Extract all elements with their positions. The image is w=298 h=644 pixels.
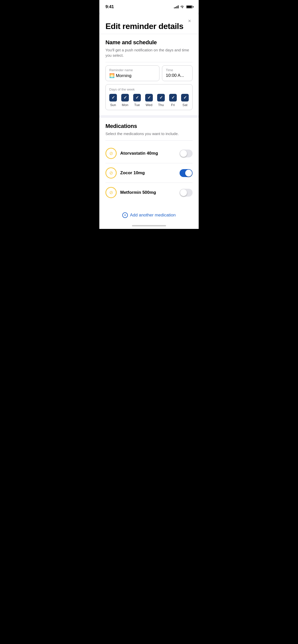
section-title-medications: Medications	[105, 123, 193, 129]
pill-icon: ⊘	[109, 190, 113, 195]
checkmark-icon: ✓	[136, 96, 139, 100]
toggle-thumb	[180, 150, 187, 157]
day-item-sun[interactable]: ✓Sun	[109, 94, 117, 107]
medication-icon: ⊘	[105, 167, 117, 179]
toggle-thumb	[185, 170, 192, 177]
day-name-label: Sat	[182, 103, 187, 107]
reminder-name-value: 🌅 Morning	[109, 73, 156, 78]
day-item-tue[interactable]: ✓Tue	[133, 94, 141, 107]
day-name-label: Wed	[146, 103, 153, 107]
medication-name: Metformin 500mg	[120, 190, 180, 195]
toggle-thumb	[180, 189, 187, 196]
checkmark-icon: ✓	[183, 96, 187, 100]
pill-icon: ⊘	[109, 151, 113, 156]
medications-section: Medications Select the medications you w…	[99, 118, 199, 207]
medication-name: Zocor 10mg	[120, 170, 180, 175]
status-icons	[174, 5, 193, 8]
wifi-icon	[180, 5, 184, 8]
battery-icon	[186, 5, 193, 8]
phone-frame: 9:41 × Edit reminder details	[99, 0, 199, 229]
day-checkbox-sun[interactable]: ✓	[109, 94, 117, 101]
section-divider	[99, 115, 199, 118]
medication-icon: ⊘	[105, 148, 117, 159]
medications-list: ⊘Atorvastatin 40mg⊘Zocor 10mg⊘Metformin …	[105, 144, 193, 202]
divider-medications	[105, 140, 193, 141]
day-name-label: Tue	[134, 103, 140, 107]
add-medication-label: Add another medication	[130, 213, 176, 218]
days-label: Days of the week	[109, 87, 189, 91]
checkmark-icon: ✓	[112, 96, 115, 100]
pill-icon: ⊘	[109, 170, 113, 176]
day-name-label: Mon	[122, 103, 128, 107]
reminder-name-field[interactable]: Reminder name 🌅 Morning	[105, 65, 159, 81]
checkmark-icon: ✓	[124, 96, 127, 100]
day-name-label: Sun	[110, 103, 116, 107]
section-description-schedule: You'll get a push notification on the da…	[105, 47, 193, 58]
add-circle-icon: +	[122, 212, 128, 218]
status-bar: 9:41	[99, 0, 199, 13]
time-label: Time	[166, 68, 189, 72]
day-checkbox-fri[interactable]: ✓	[169, 94, 177, 101]
checkmark-icon: ✓	[147, 96, 151, 100]
day-checkbox-tue[interactable]: ✓	[133, 94, 141, 101]
medication-toggle[interactable]	[180, 169, 193, 177]
days-of-week-box: Days of the week ✓Sun✓Mon✓Tue✓Wed✓Thu✓Fr…	[105, 84, 193, 110]
day-item-thu[interactable]: ✓Thu	[157, 94, 165, 107]
section-description-medications: Select the medications you want to inclu…	[105, 131, 193, 136]
sheet-header: × Edit reminder details	[99, 13, 199, 34]
medication-toggle[interactable]	[180, 189, 193, 197]
signal-icon	[174, 5, 179, 8]
home-bar	[132, 225, 166, 226]
day-checkbox-thu[interactable]: ✓	[157, 94, 165, 101]
day-checkbox-wed[interactable]: ✓	[145, 94, 153, 101]
sheet: × Edit reminder details Name and schedul…	[99, 13, 199, 229]
day-item-mon[interactable]: ✓Mon	[121, 94, 129, 107]
reminder-name-label: Reminder name	[109, 68, 156, 72]
days-row: ✓Sun✓Mon✓Tue✓Wed✓Thu✓Fri✓Sat	[109, 94, 189, 107]
name-schedule-section: Name and schedule You'll get a push noti…	[99, 34, 199, 115]
divider	[105, 62, 193, 62]
time-field[interactable]: Time 10:00 A...	[162, 65, 193, 81]
fields-row: Reminder name 🌅 Morning Time 10:00 A...	[105, 65, 193, 81]
home-indicator	[99, 223, 199, 229]
medication-item: ⊘Metformin 500mg	[105, 183, 193, 202]
day-name-label: Thu	[158, 103, 164, 107]
medication-name: Atorvastatin 40mg	[120, 151, 180, 156]
medication-icon: ⊘	[105, 187, 117, 198]
day-name-label: Fri	[171, 103, 175, 107]
section-title-schedule: Name and schedule	[105, 39, 193, 46]
status-time: 9:41	[105, 4, 114, 9]
close-button[interactable]: ×	[185, 17, 194, 25]
day-checkbox-mon[interactable]: ✓	[121, 94, 129, 101]
checkmark-icon: ✓	[171, 96, 175, 100]
medication-toggle[interactable]	[180, 150, 193, 157]
day-item-sat[interactable]: ✓Sat	[181, 94, 189, 107]
page-title: Edit reminder details	[105, 22, 193, 31]
medication-item: ⊘Atorvastatin 40mg	[105, 144, 193, 163]
medication-item: ⊘Zocor 10mg	[105, 163, 193, 183]
day-checkbox-sat[interactable]: ✓	[181, 94, 189, 101]
day-item-wed[interactable]: ✓Wed	[145, 94, 153, 107]
day-item-fri[interactable]: ✓Fri	[169, 94, 177, 107]
time-value: 10:00 A...	[166, 73, 189, 78]
add-medication-button[interactable]: + Add another medication	[99, 207, 199, 223]
checkmark-icon: ✓	[159, 96, 163, 100]
